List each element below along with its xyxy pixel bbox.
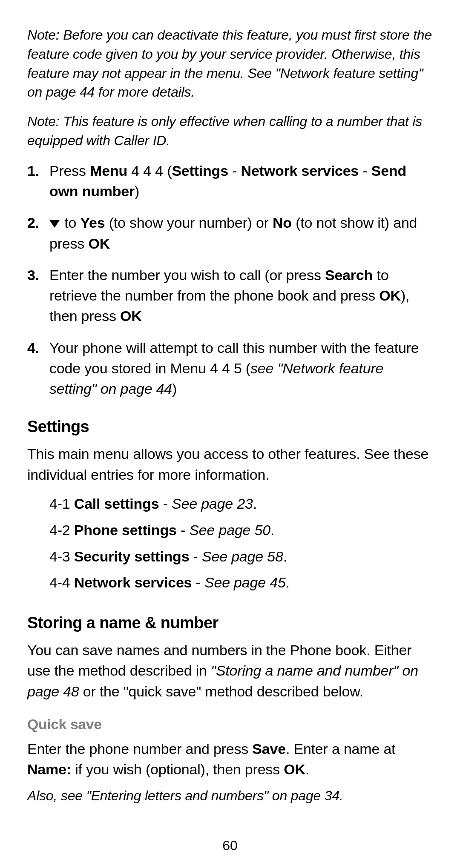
storing-paragraph: You can save names and numbers in the Ph… [27,640,433,702]
text: ) [135,183,139,199]
note-2: Note: This feature is only effective whe… [27,112,433,150]
step-1: 1. Press Menu 4 4 4 (Settings - Network … [27,160,433,202]
bold: OK [379,287,401,304]
step-2: 2. to Yes (to show your number) or No (t… [27,212,433,254]
prefix: 4-3 [49,548,74,564]
bold: Yes [80,215,105,231]
quicksave-heading: Quick save [27,716,433,733]
text: . [305,761,309,777]
dot: . [286,574,290,590]
text: . Enter a name at [286,741,395,757]
down-arrow-icon [49,220,60,228]
text: (to show your number) or [105,215,273,231]
item-name: Call settings [74,496,159,512]
settings-list: 4-1 Call settings - See page 23. 4-2 Pho… [27,492,433,595]
text: ) [172,381,177,397]
quicksave-also: Also, see "Entering letters and numbers"… [27,786,433,805]
sep: - [159,496,172,512]
step-number: 1. [27,160,49,202]
document-page: Note: Before you can deactivate this fea… [0,0,460,805]
instruction-list: 1. Press Menu 4 4 4 (Settings - Network … [27,160,433,399]
prefix: 4-1 [49,496,74,512]
storing-heading: Storing a name & number [27,614,433,632]
text: - [359,163,371,179]
bold: Network services [241,163,359,179]
bold: Settings [172,163,228,179]
bold: OK [88,235,110,252]
bold: No [273,215,292,231]
step-number: 4. [27,338,49,399]
text: if you wish (optional), then press [71,761,284,777]
page-ref: See page 23 [172,496,253,512]
text: - [228,163,241,179]
step-4: 4. Your phone will attempt to call this … [27,338,433,399]
page-ref: See page 50 [189,522,270,538]
bold: Search [325,267,373,283]
quicksave-paragraph: Enter the phone number and press Save. E… [27,739,433,780]
settings-item: 4-4 Network services - See page 45. [49,570,433,595]
item-name: Network services [74,574,192,590]
page-ref: See page 45 [204,574,286,590]
item-name: Security settings [74,548,190,564]
bold: OK [284,761,305,777]
step-number: 3. [27,265,49,327]
bold: OK [120,308,142,324]
bold: Menu [90,163,127,179]
dot: . [283,548,287,564]
bold: Name: [27,761,71,777]
sep: - [192,574,204,590]
note-1: Note: Before you can deactivate this fea… [27,26,433,102]
settings-item: 4-3 Security settings - See page 58. [49,544,433,569]
sep: - [177,522,190,538]
prefix: 4-2 [49,522,74,538]
settings-heading: Settings [27,418,433,436]
text: Enter the phone number and press [27,741,252,757]
dot: . [253,496,257,512]
settings-item: 4-2 Phone settings - See page 50. [49,518,433,543]
bold: Save [252,741,286,757]
step-body: Enter the number you wish to call (or pr… [49,265,433,327]
step-body: Your phone will attempt to call this num… [49,338,433,399]
page-number: 60 [0,838,460,854]
text: 4 4 4 ( [127,163,172,179]
text: to [60,215,80,231]
dot: . [270,522,274,538]
page-ref: See page 58 [202,548,283,564]
sep: - [189,548,202,564]
text: Press [49,163,90,179]
item-name: Phone settings [74,522,177,538]
settings-intro: This main menu allows you access to othe… [27,444,433,485]
text: Enter the number you wish to call (or pr… [49,267,325,283]
prefix: 4-4 [49,574,74,590]
text: or the "quick save" method described bel… [79,683,363,699]
step-number: 2. [27,212,49,254]
step-body: to Yes (to show your number) or No (to n… [49,212,433,254]
settings-item: 4-1 Call settings - See page 23. [49,492,433,516]
step-3: 3. Enter the number you wish to call (or… [27,265,433,327]
step-body: Press Menu 4 4 4 (Settings - Network ser… [49,160,433,202]
